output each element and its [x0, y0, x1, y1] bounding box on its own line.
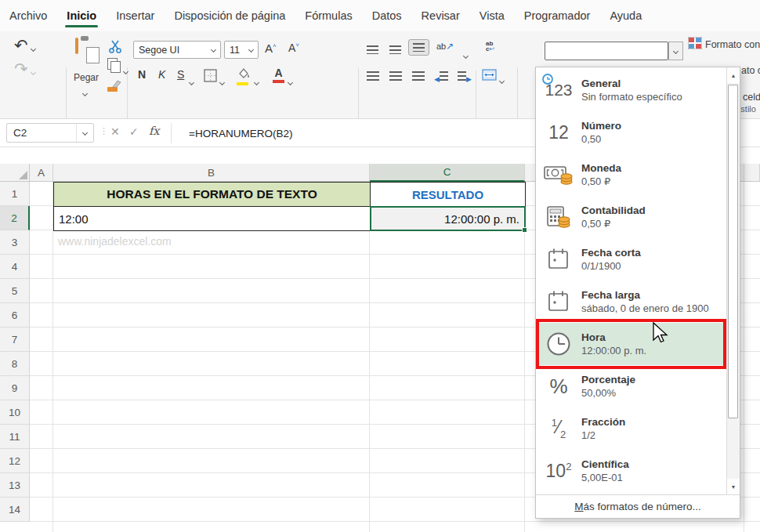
row-header-12[interactable]: 12	[0, 449, 30, 473]
format-option-fecha-larga[interactable]: Fecha largasábado, 0 de enero de 1900	[536, 280, 726, 323]
italic-button[interactable]: K	[158, 68, 165, 81]
cancel-button[interactable]: ✕	[110, 125, 120, 138]
name-box[interactable]: C2	[6, 123, 94, 143]
conditional-formatting-button[interactable]	[688, 37, 702, 52]
row-header-10[interactable]: 10	[0, 400, 30, 425]
format-option-general[interactable]: 123GeneralSin formato específico	[536, 69, 726, 111]
format-option-cientifica[interactable]: 102Científica5,00E-01	[536, 450, 726, 492]
font-size-combo[interactable]: 11	[224, 41, 259, 59]
format-option-porcentaje[interactable]: %Porcentaje50,00%	[536, 365, 726, 407]
format-painter-button[interactable]	[106, 78, 123, 97]
font-name-combo[interactable]: Segoe UI	[133, 41, 221, 59]
row-header-11[interactable]: 11	[0, 425, 30, 449]
fill-color-dropdown[interactable]	[255, 74, 259, 88]
cut-button[interactable]	[108, 39, 122, 56]
enter-button[interactable]: ✓	[129, 125, 139, 138]
copy-dropdown[interactable]	[124, 63, 128, 77]
redo-button[interactable]: ↷	[14, 61, 35, 78]
tab-insertar[interactable]: Insertar	[116, 9, 154, 22]
column-header-b[interactable]: B	[53, 164, 370, 182]
format-option-fraccion[interactable]: 1⁄2Fracción1/2	[536, 407, 726, 450]
tab-inicio[interactable]: Inicio	[67, 9, 96, 22]
orientation-dropdown[interactable]	[464, 47, 468, 61]
cell-c2-active[interactable]: 12:00:00 p. m.	[370, 206, 526, 231]
align-bottom-button-selected[interactable]	[408, 39, 429, 56]
format-option-fecha-corta[interactable]: Fecha corta0/1/1900	[536, 238, 726, 280]
scroll-up-button[interactable]: ▲	[727, 67, 740, 83]
align-top-button[interactable]	[367, 43, 378, 57]
cell-styles-label-fragment[interactable]: celd	[743, 92, 760, 103]
insert-function-button[interactable]: fx	[149, 125, 160, 137]
decrease-indent-button[interactable]: ◀	[434, 71, 448, 85]
tab-datos[interactable]: Datos	[372, 9, 402, 22]
orientation-button[interactable]: ab↗	[436, 41, 454, 52]
cell-b2[interactable]: 12:00	[53, 206, 371, 231]
number-format-combo[interactable]	[545, 42, 668, 60]
column-header-a[interactable]: A	[30, 164, 53, 182]
formula-bar-handle[interactable]: ⋮	[100, 126, 108, 136]
fill-handle[interactable]	[522, 227, 527, 233]
align-right-button[interactable]	[412, 71, 425, 85]
copy-button[interactable]	[107, 58, 121, 75]
row-header-3[interactable]: 3	[0, 230, 30, 255]
column-header-c[interactable]: C	[370, 164, 525, 182]
row-header-13[interactable]: 13	[0, 473, 30, 498]
row-header-8[interactable]: 8	[0, 352, 30, 376]
align-left-button[interactable]	[367, 71, 379, 85]
row-header-7[interactable]: 7	[0, 328, 30, 352]
formula-input[interactable]: =HORANUMERO(B2)	[189, 128, 292, 139]
increase-font-button[interactable]: A˄	[265, 42, 277, 55]
underline-button[interactable]: S	[177, 68, 184, 81]
format-option-title: Científica	[581, 458, 629, 471]
merge-center-dropdown[interactable]	[500, 72, 504, 86]
increase-indent-button[interactable]: ▶	[458, 71, 472, 85]
paste-dropdown[interactable]	[83, 85, 87, 99]
cell-b1[interactable]: HORAS EN EL FORMATO DE TEXTO	[53, 182, 371, 207]
decrease-font-button[interactable]: A˅	[288, 42, 299, 54]
annotation-red-box	[536, 319, 726, 369]
conditional-formatting-label[interactable]: Formato conc	[705, 39, 760, 50]
tab-revisar[interactable]: Revisar	[422, 9, 460, 22]
row-header-4[interactable]: 4	[0, 255, 30, 279]
cell-c1[interactable]: RESULTADO	[370, 182, 526, 207]
format-as-table-label-fragment[interactable]: ato c	[741, 65, 760, 76]
undo-button[interactable]: ↶	[14, 38, 35, 54]
redo-icon: ↷	[14, 60, 28, 78]
bold-button[interactable]: N	[138, 68, 146, 81]
column-header-e[interactable]	[744, 164, 760, 182]
tab-formulas[interactable]: Fórmulas	[305, 9, 352, 22]
paste-button[interactable]	[75, 39, 103, 71]
tab-ayuda[interactable]: Ayuda	[610, 9, 642, 22]
scrollbar[interactable]: ▲ ▼	[726, 67, 740, 494]
tab-programador[interactable]: Programador	[524, 9, 591, 22]
row-header-14[interactable]: 14	[0, 498, 30, 522]
wrap-text-button[interactable]: abc↩	[486, 41, 494, 52]
row-header-6[interactable]: 6	[0, 303, 30, 328]
underline-dropdown[interactable]	[190, 74, 194, 88]
format-option-numero[interactable]: 12Número0,50	[536, 111, 726, 154]
name-box-dropdown[interactable]	[76, 124, 93, 142]
borders-button[interactable]	[204, 69, 217, 85]
row-header-2[interactable]: 2	[0, 206, 30, 230]
more-number-formats-button[interactable]: Más formatos de número...	[536, 494, 740, 518]
select-all-button[interactable]	[0, 164, 30, 182]
tab-archivo[interactable]: Archivo	[9, 9, 47, 22]
align-center-button[interactable]	[389, 71, 402, 85]
align-middle-button[interactable]	[389, 43, 401, 57]
format-option-moneda[interactable]: Moneda0,50 ₽	[536, 154, 726, 196]
number-format-dropdown-button[interactable]	[668, 42, 683, 60]
row-header-1[interactable]: 1	[0, 182, 30, 206]
fill-color-button[interactable]	[237, 67, 251, 85]
font-color-button[interactable]: A	[273, 67, 284, 83]
scroll-down-button[interactable]: ▼	[727, 479, 740, 494]
tab-vista[interactable]: Vista	[480, 9, 505, 22]
merge-center-button[interactable]	[482, 69, 497, 84]
scrollbar-thumb[interactable]	[728, 85, 738, 418]
tab-disposicion[interactable]: Disposición de página	[174, 9, 285, 22]
paste-label[interactable]: Pegar	[67, 72, 105, 83]
row-header-5[interactable]: 5	[0, 279, 30, 303]
row-header-9[interactable]: 9	[0, 376, 30, 400]
borders-dropdown[interactable]	[220, 74, 224, 88]
font-color-dropdown[interactable]	[288, 74, 292, 88]
format-option-contabilidad[interactable]: Contabilidad0,50 ₽	[536, 196, 726, 238]
